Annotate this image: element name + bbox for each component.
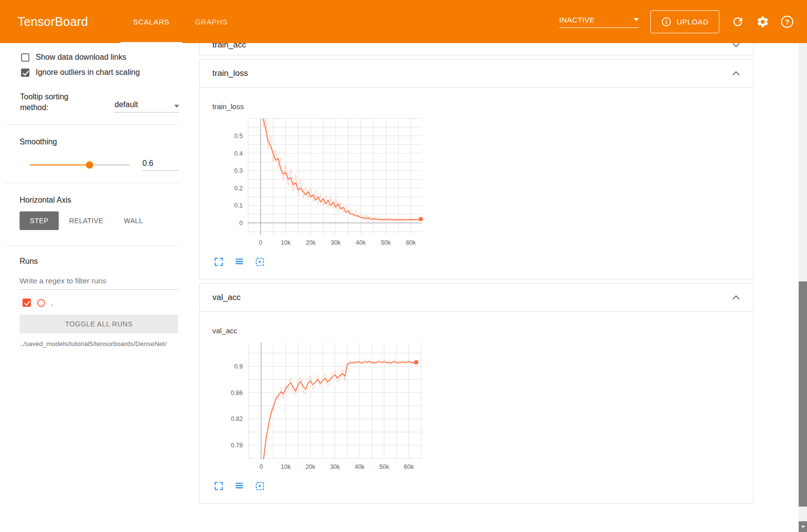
chevron-up-icon[interactable]: [730, 67, 742, 80]
info-icon: [661, 17, 671, 27]
svg-text:10k: 10k: [281, 239, 291, 246]
svg-text:40k: 40k: [356, 239, 366, 246]
axis-relative-button[interactable]: RELATIVE: [59, 211, 114, 230]
tooltip-sorting-select[interactable]: default: [115, 92, 179, 113]
smoothing-slider-fill: [30, 164, 90, 165]
status-dropdown[interactable]: INACTIVE: [559, 16, 639, 28]
run-checkbox[interactable]: [23, 299, 31, 307]
help-icon[interactable]: ?: [781, 16, 793, 28]
vertical-scrollbar[interactable]: [799, 43, 807, 532]
runs-menu-icon[interactable]: [234, 256, 245, 267]
divider: [4, 246, 180, 246]
expand-icon[interactable]: [213, 256, 224, 267]
runs-menu-icon[interactable]: [234, 481, 245, 491]
svg-text:10k: 10k: [281, 463, 291, 470]
svg-text:50k: 50k: [381, 239, 391, 246]
smoothing-slider-thumb[interactable]: [86, 162, 93, 169]
settings-gear-icon[interactable]: [756, 15, 769, 28]
svg-text:50k: 50k: [379, 463, 390, 470]
smoothing-control: 0.6: [30, 159, 179, 171]
runs-directory-path: ../saved_models/tutorial5/tensorboards/D…: [20, 339, 172, 349]
runs-filter-input[interactable]: [20, 277, 179, 290]
svg-text:0.2: 0.2: [234, 185, 243, 192]
tensorboard-app: TensorBoard SCALARS GRAPHS INACTIVE UPLO…: [0, 0, 807, 532]
smoothing-value-input[interactable]: 0.6: [142, 159, 179, 171]
tooltip-sorting-block: Tooltip sorting method: default: [20, 92, 179, 113]
main-tabs: SCALARS GRAPHS: [120, 0, 240, 43]
val-acc-chart[interactable]: 010k20k30k40k50k60k0.780.820.860.9: [212, 339, 753, 476]
chart-action-buttons: [213, 481, 753, 491]
svg-text:20k: 20k: [306, 239, 316, 246]
svg-text:0.4: 0.4: [234, 150, 243, 157]
chart-action-buttons: [213, 256, 753, 267]
upload-button-label: UPLOAD: [677, 18, 709, 26]
smoothing-slider[interactable]: [30, 164, 130, 165]
fit-domain-icon[interactable]: [254, 481, 265, 491]
horizontal-axis-buttons: STEP RELATIVE WALL: [20, 211, 199, 230]
run-row: .: [23, 299, 199, 307]
train-loss-chart[interactable]: 010k20k30k40k50k60k00.10.20.30.40.5: [212, 115, 753, 252]
section-train-acc-header[interactable]: train_acc: [200, 43, 753, 55]
svg-text:60k: 60k: [404, 463, 414, 470]
section-val-acc-header[interactable]: val_acc: [200, 284, 753, 312]
show-download-links-checkbox[interactable]: [21, 53, 29, 62]
section-title: train_loss: [212, 69, 248, 78]
axis-wall-button[interactable]: WALL: [114, 211, 153, 230]
scrollbar-thumb[interactable]: [799, 281, 807, 507]
svg-text:0.1: 0.1: [234, 202, 243, 209]
run-name: .: [51, 299, 53, 307]
tab-graphs[interactable]: GRAPHS: [182, 0, 240, 43]
tooltip-sorting-label: Tooltip sorting method:: [20, 92, 98, 113]
smoothing-label: Smoothing: [20, 138, 199, 146]
axis-step-button[interactable]: STEP: [20, 211, 59, 230]
settings-sidebar: Show data download links Ignore outliers…: [0, 43, 199, 532]
section-title: val_acc: [212, 293, 241, 302]
svg-text:60k: 60k: [406, 239, 416, 246]
svg-text:0.78: 0.78: [231, 442, 243, 449]
toggle-all-runs-button[interactable]: TOGGLE ALL RUNS: [20, 315, 178, 333]
chevron-down-icon[interactable]: [730, 43, 742, 51]
app-header: TensorBoard SCALARS GRAPHS INACTIVE UPLO…: [0, 0, 807, 43]
caret-down-icon: [174, 105, 179, 108]
svg-text:0.86: 0.86: [231, 390, 243, 396]
fit-domain-icon[interactable]: [254, 256, 265, 267]
section-val-acc: val_acc val_acc 010k20k30k40k50k60k0.780…: [199, 283, 754, 504]
tab-scalars[interactable]: SCALARS: [120, 0, 182, 43]
section-train-acc: train_acc: [199, 43, 754, 55]
divider: [4, 124, 180, 125]
train-loss-card-body: train_loss 010k20k30k40k50k60k00.10.20.3…: [200, 88, 753, 279]
upload-button[interactable]: UPLOAD: [650, 10, 719, 33]
svg-text:0.82: 0.82: [231, 416, 243, 422]
section-title: train_acc: [212, 43, 246, 50]
svg-text:30k: 30k: [331, 239, 341, 246]
scalars-dashboard: train_acc train_loss train_loss 010k20k3…: [199, 43, 799, 532]
chevron-up-icon[interactable]: [730, 291, 742, 304]
section-train-loss-header[interactable]: train_loss: [200, 60, 753, 88]
svg-text:0.5: 0.5: [234, 133, 243, 139]
svg-text:0: 0: [259, 463, 263, 470]
ignore-outliers-row: Ignore outliers in chart scaling: [21, 68, 199, 77]
svg-text:0.9: 0.9: [234, 363, 243, 370]
svg-text:20k: 20k: [305, 463, 316, 470]
svg-text:0.3: 0.3: [234, 167, 243, 174]
run-color-swatch-icon[interactable]: [37, 299, 45, 307]
scrollbar-down-button[interactable]: [799, 521, 807, 532]
val-acc-card-body: val_acc 010k20k30k40k50k60k0.780.820.860…: [200, 312, 753, 503]
ignore-outliers-checkbox[interactable]: [21, 69, 29, 77]
tooltip-sorting-value: default: [115, 100, 138, 109]
chart-title: train_loss: [212, 102, 753, 111]
show-download-links-row: Show data download links: [21, 53, 199, 62]
refresh-icon[interactable]: [731, 15, 744, 28]
svg-text:0: 0: [259, 239, 262, 246]
horizontal-axis-label: Horizontal Axis: [20, 196, 199, 205]
caret-down-icon: [634, 18, 639, 21]
runs-label: Runs: [20, 257, 199, 266]
svg-text:0: 0: [239, 220, 243, 227]
ignore-outliers-label: Ignore outliers in chart scaling: [36, 68, 140, 77]
expand-icon[interactable]: [213, 481, 224, 491]
status-dropdown-value: INACTIVE: [559, 16, 595, 24]
chart-title: val_acc: [212, 326, 753, 335]
svg-text:40k: 40k: [355, 463, 365, 470]
app-title: TensorBoard: [18, 15, 88, 29]
header-actions: INACTIVE UPLOAD ?: [559, 10, 793, 33]
